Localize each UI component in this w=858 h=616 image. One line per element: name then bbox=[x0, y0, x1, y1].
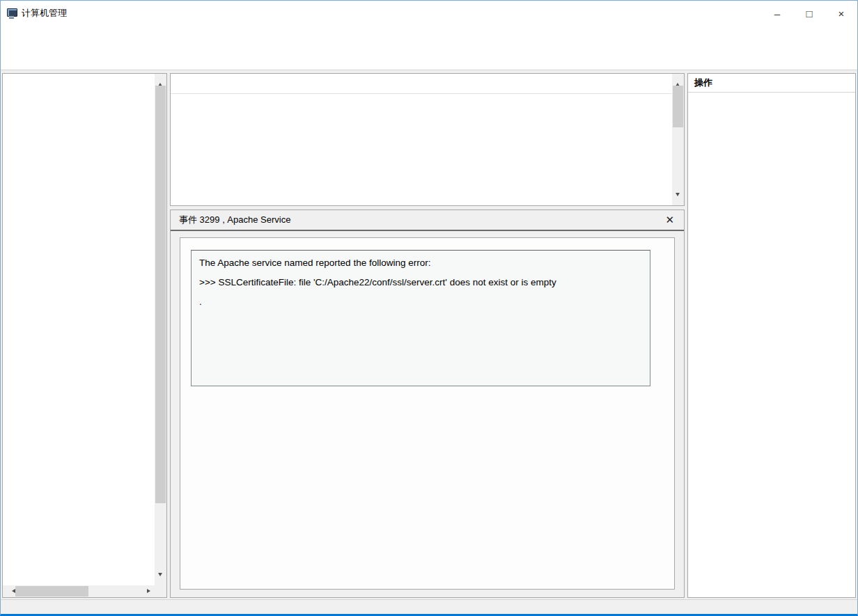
scroll-right-arrow[interactable] bbox=[143, 585, 155, 597]
preview-header: 事件 3299 , Apache Service ✕ bbox=[171, 210, 684, 231]
actions-title: 操作 bbox=[688, 74, 855, 93]
main-area: 事件 3299 , Apache Service ✕ The Apache se… bbox=[1, 70, 857, 599]
preview-tabs bbox=[171, 231, 684, 237]
event-preview-pane: 事件 3299 , Apache Service ✕ The Apache se… bbox=[170, 210, 685, 598]
scroll-up-arrow[interactable] bbox=[155, 74, 166, 86]
preview-close-icon[interactable]: ✕ bbox=[662, 214, 677, 226]
general-tab-page: The Apache service named reported the fo… bbox=[180, 237, 675, 590]
status-bar bbox=[1, 599, 857, 614]
event-list-header bbox=[171, 74, 672, 94]
computer-management-window: 计算机管理 – □ × bbox=[0, 0, 858, 616]
menu-bar bbox=[1, 26, 857, 45]
preview-title: 事件 3299 , Apache Service bbox=[179, 214, 290, 226]
title-bar: 计算机管理 – □ × bbox=[1, 1, 857, 26]
scrollbar-corner bbox=[155, 585, 166, 597]
scroll-thumb[interactable] bbox=[15, 586, 88, 597]
event-message-box[interactable]: The Apache service named reported the fo… bbox=[191, 250, 650, 386]
minimize-button[interactable]: – bbox=[761, 1, 793, 26]
message-line: The Apache service named reported the fo… bbox=[199, 257, 642, 269]
window-controls: – □ × bbox=[761, 1, 857, 26]
scroll-down-arrow[interactable] bbox=[155, 574, 166, 585]
tree-horizontal-scrollbar[interactable] bbox=[3, 585, 155, 597]
scroll-left-arrow[interactable] bbox=[3, 585, 15, 597]
app-icon bbox=[6, 8, 17, 19]
scroll-thumb[interactable] bbox=[155, 86, 166, 503]
scroll-thumb[interactable] bbox=[673, 86, 683, 127]
event-list-pane bbox=[170, 73, 685, 206]
scroll-up-arrow[interactable] bbox=[672, 74, 684, 86]
center-pane: 事件 3299 , Apache Service ✕ The Apache se… bbox=[170, 73, 685, 598]
console-tree bbox=[3, 75, 155, 585]
toolbar bbox=[1, 45, 857, 70]
maximize-button[interactable]: □ bbox=[793, 1, 825, 26]
actions-pane: 操作 bbox=[687, 73, 856, 598]
event-list-scrollbar[interactable] bbox=[672, 74, 684, 205]
window-title: 计算机管理 bbox=[22, 7, 67, 19]
close-button[interactable]: × bbox=[825, 1, 857, 26]
message-line: >>> SSLCertificateFile: file 'C:/Apache2… bbox=[199, 276, 642, 289]
tree-vertical-scrollbar[interactable] bbox=[155, 74, 166, 585]
console-tree-pane bbox=[2, 73, 167, 598]
scroll-down-arrow[interactable] bbox=[672, 194, 684, 205]
message-line: . bbox=[199, 296, 642, 308]
